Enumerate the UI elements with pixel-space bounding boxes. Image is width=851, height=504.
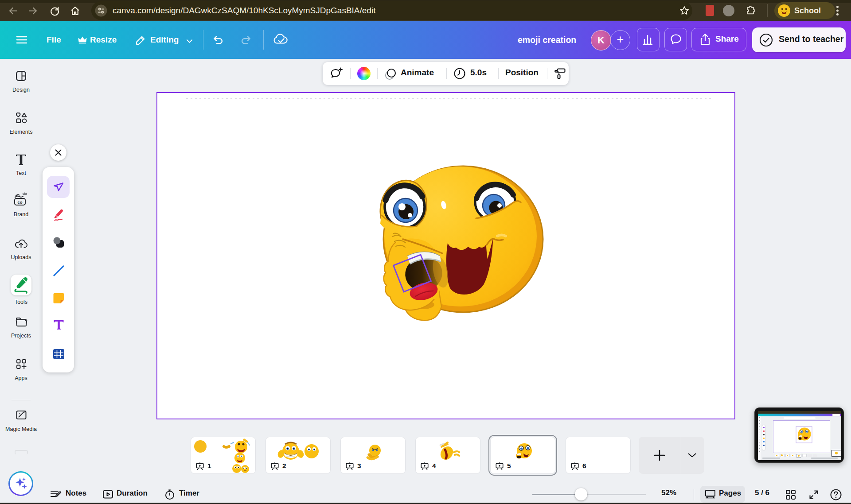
svg-text:co: co xyxy=(17,200,22,205)
